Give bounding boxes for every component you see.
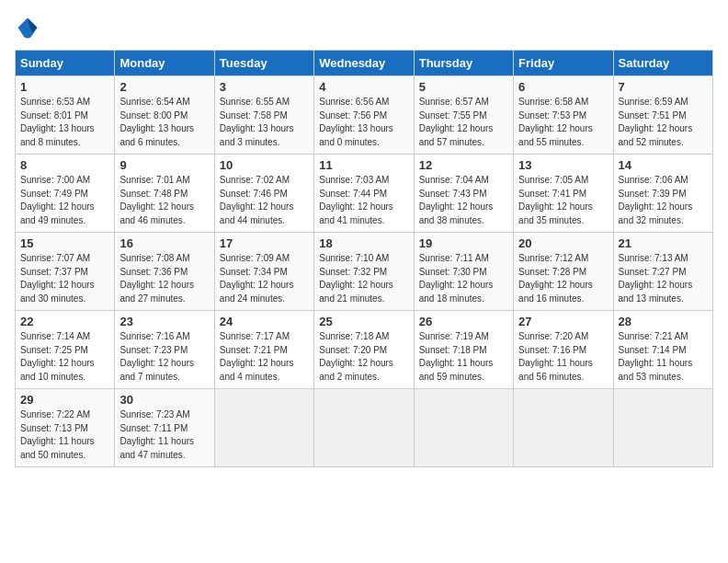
- day-info: Sunrise: 7:14 AMSunset: 7:25 PMDaylight:…: [20, 330, 109, 384]
- day-info: Sunrise: 7:09 AMSunset: 7:34 PMDaylight:…: [220, 252, 309, 305]
- day-number: 18: [319, 236, 408, 250]
- day-number: 16: [119, 236, 209, 250]
- day-number: 26: [419, 315, 508, 328]
- calendar-cell: 25Sunrise: 7:18 AMSunset: 7:20 PMDayligh…: [314, 311, 414, 389]
- calendar-cell: 14Sunrise: 7:06 AMSunset: 7:39 PMDayligh…: [613, 155, 712, 233]
- calendar-cell: 20Sunrise: 7:12 AMSunset: 7:28 PMDayligh…: [514, 233, 613, 311]
- day-number: 20: [518, 236, 608, 250]
- calendar-row-4: 22Sunrise: 7:14 AMSunset: 7:25 PMDayligh…: [16, 311, 713, 389]
- day-number: 3: [220, 80, 309, 94]
- calendar-cell: 17Sunrise: 7:09 AMSunset: 7:34 PMDayligh…: [214, 233, 313, 311]
- day-number: 22: [20, 315, 109, 328]
- calendar-cell: 29Sunrise: 7:22 AMSunset: 7:13 PMDayligh…: [16, 389, 115, 467]
- calendar-cell: 21Sunrise: 7:13 AMSunset: 7:27 PMDayligh…: [613, 233, 712, 311]
- calendar-cell: 18Sunrise: 7:10 AMSunset: 7:32 PMDayligh…: [314, 233, 414, 311]
- calendar-cell: 10Sunrise: 7:02 AMSunset: 7:46 PMDayligh…: [214, 155, 313, 233]
- day-info: Sunrise: 7:01 AMSunset: 7:48 PMDaylight:…: [119, 174, 209, 227]
- calendar-cell: 2Sunrise: 6:54 AMSunset: 8:00 PMDaylight…: [115, 76, 214, 155]
- calendar-cell: 11Sunrise: 7:03 AMSunset: 7:44 PMDayligh…: [314, 155, 414, 233]
- day-info: Sunrise: 6:59 AMSunset: 7:51 PMDaylight:…: [619, 96, 708, 149]
- calendar-row-3: 15Sunrise: 7:07 AMSunset: 7:37 PMDayligh…: [16, 233, 713, 311]
- day-number: 19: [419, 236, 508, 250]
- day-number: 13: [518, 158, 608, 172]
- days-header-row: SundayMondayTuesdayWednesdayThursdayFrid…: [16, 51, 713, 76]
- day-info: Sunrise: 6:54 AMSunset: 8:00 PMDaylight:…: [119, 96, 209, 149]
- header-friday: Friday: [514, 51, 613, 76]
- day-info: Sunrise: 6:53 AMSunset: 8:01 PMDaylight:…: [20, 96, 109, 149]
- calendar-cell: 24Sunrise: 7:17 AMSunset: 7:21 PMDayligh…: [214, 311, 313, 389]
- day-number: 6: [518, 80, 608, 94]
- day-number: 8: [20, 158, 109, 172]
- day-info: Sunrise: 7:18 AMSunset: 7:20 PMDaylight:…: [319, 330, 408, 384]
- day-info: Sunrise: 7:21 AMSunset: 7:14 PMDaylight:…: [619, 330, 708, 384]
- calendar-cell: 26Sunrise: 7:19 AMSunset: 7:18 PMDayligh…: [414, 311, 513, 389]
- day-info: Sunrise: 7:22 AMSunset: 7:13 PMDaylight:…: [20, 408, 109, 462]
- calendar-cell: 30Sunrise: 7:23 AMSunset: 7:11 PMDayligh…: [115, 389, 214, 467]
- calendar-cell: 19Sunrise: 7:11 AMSunset: 7:30 PMDayligh…: [414, 233, 513, 311]
- header-monday: Monday: [115, 51, 214, 76]
- day-info: Sunrise: 7:03 AMSunset: 7:44 PMDaylight:…: [319, 174, 408, 227]
- calendar-row-1: 1Sunrise: 6:53 AMSunset: 8:01 PMDaylight…: [16, 76, 713, 155]
- calendar-cell: 7Sunrise: 6:59 AMSunset: 7:51 PMDaylight…: [613, 76, 712, 155]
- day-number: 15: [20, 236, 109, 250]
- calendar-cell: [613, 389, 712, 467]
- calendar-cell: 4Sunrise: 6:56 AMSunset: 7:56 PMDaylight…: [314, 76, 414, 155]
- calendar-cell: [414, 389, 513, 467]
- day-info: Sunrise: 7:08 AMSunset: 7:36 PMDaylight:…: [119, 252, 209, 305]
- calendar-row-5: 29Sunrise: 7:22 AMSunset: 7:13 PMDayligh…: [16, 389, 713, 467]
- day-info: Sunrise: 7:23 AMSunset: 7:11 PMDaylight:…: [119, 408, 209, 462]
- day-info: Sunrise: 7:07 AMSunset: 7:37 PMDaylight:…: [20, 252, 109, 305]
- calendar-cell: 9Sunrise: 7:01 AMSunset: 7:48 PMDaylight…: [115, 155, 214, 233]
- day-number: 25: [319, 315, 408, 328]
- calendar-cell: 13Sunrise: 7:05 AMSunset: 7:41 PMDayligh…: [514, 155, 613, 233]
- calendar-cell: 27Sunrise: 7:20 AMSunset: 7:16 PMDayligh…: [514, 311, 613, 389]
- day-number: 2: [119, 80, 209, 94]
- day-number: 10: [220, 158, 309, 172]
- day-info: Sunrise: 7:13 AMSunset: 7:27 PMDaylight:…: [619, 252, 708, 305]
- day-number: 11: [319, 158, 408, 172]
- calendar-cell: 1Sunrise: 6:53 AMSunset: 8:01 PMDaylight…: [16, 76, 115, 155]
- header-sunday: Sunday: [16, 51, 115, 76]
- calendar-cell: 28Sunrise: 7:21 AMSunset: 7:14 PMDayligh…: [613, 311, 712, 389]
- day-info: Sunrise: 6:55 AMSunset: 7:58 PMDaylight:…: [220, 96, 309, 149]
- calendar-cell: [314, 389, 414, 467]
- calendar-cell: [514, 389, 613, 467]
- day-number: 12: [419, 158, 508, 172]
- day-info: Sunrise: 6:58 AMSunset: 7:53 PMDaylight:…: [518, 96, 608, 149]
- calendar-cell: 15Sunrise: 7:07 AMSunset: 7:37 PMDayligh…: [16, 233, 115, 311]
- day-number: 24: [220, 315, 309, 328]
- day-number: 4: [319, 80, 408, 94]
- day-info: Sunrise: 7:20 AMSunset: 7:16 PMDaylight:…: [518, 330, 608, 384]
- logo-icon: [15, 15, 40, 40]
- day-number: 28: [619, 315, 708, 328]
- day-info: Sunrise: 7:19 AMSunset: 7:18 PMDaylight:…: [419, 330, 508, 384]
- calendar-cell: 3Sunrise: 6:55 AMSunset: 7:58 PMDaylight…: [214, 76, 313, 155]
- day-info: Sunrise: 7:06 AMSunset: 7:39 PMDaylight:…: [619, 174, 708, 227]
- day-info: Sunrise: 7:02 AMSunset: 7:46 PMDaylight:…: [220, 174, 309, 227]
- logo: [15, 15, 42, 40]
- day-info: Sunrise: 6:57 AMSunset: 7:55 PMDaylight:…: [419, 96, 508, 149]
- header-tuesday: Tuesday: [214, 51, 313, 76]
- day-info: Sunrise: 7:04 AMSunset: 7:43 PMDaylight:…: [419, 174, 508, 227]
- calendar-cell: 5Sunrise: 6:57 AMSunset: 7:55 PMDaylight…: [414, 76, 513, 155]
- calendar-cell: [214, 389, 313, 467]
- day-number: 7: [619, 80, 708, 94]
- day-number: 5: [419, 80, 508, 94]
- day-number: 30: [119, 393, 209, 407]
- header-saturday: Saturday: [613, 51, 712, 76]
- day-number: 17: [220, 236, 309, 250]
- day-number: 1: [20, 80, 109, 94]
- header-thursday: Thursday: [414, 51, 513, 76]
- calendar-cell: 16Sunrise: 7:08 AMSunset: 7:36 PMDayligh…: [115, 233, 214, 311]
- day-number: 21: [619, 236, 708, 250]
- calendar-cell: 12Sunrise: 7:04 AMSunset: 7:43 PMDayligh…: [414, 155, 513, 233]
- day-info: Sunrise: 7:16 AMSunset: 7:23 PMDaylight:…: [119, 330, 209, 384]
- day-number: 9: [119, 158, 209, 172]
- calendar-table: SundayMondayTuesdayWednesdayThursdayFrid…: [15, 50, 713, 467]
- page-header: [15, 15, 713, 40]
- day-info: Sunrise: 6:56 AMSunset: 7:56 PMDaylight:…: [319, 96, 408, 149]
- calendar-cell: 6Sunrise: 6:58 AMSunset: 7:53 PMDaylight…: [514, 76, 613, 155]
- calendar-cell: 8Sunrise: 7:00 AMSunset: 7:49 PMDaylight…: [16, 155, 115, 233]
- header-wednesday: Wednesday: [314, 51, 414, 76]
- day-info: Sunrise: 7:17 AMSunset: 7:21 PMDaylight:…: [220, 330, 309, 384]
